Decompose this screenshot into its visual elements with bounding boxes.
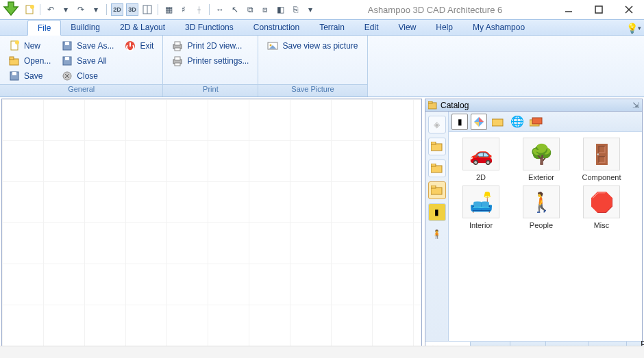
help-light-icon[interactable]: 💡▾ [628,22,640,34]
ribbon-btn-label: Save [24,71,42,81]
catalog-item-interior[interactable]: 🛋️Interior [454,186,508,229]
ribbon-btn-save-all[interactable]: Save All [57,53,119,68]
menu-tab-building[interactable]: Building [61,20,110,35]
menu-tab-bar: FileBuilding2D & Layout3D FunctionsConst… [0,19,644,36]
catalog-item-people[interactable]: 🚶People [515,186,568,229]
printer-settings-icon [172,55,183,66]
svg-marker-43 [474,122,479,127]
menu-tab-help[interactable]: Help [426,20,463,35]
catalog-thumb: 🚪 [583,138,620,170]
svg-rect-16 [65,42,69,45]
measure-icon[interactable]: ↔ [214,3,226,16]
ribbon-btn-printer-settings-[interactable]: Printer settings... [167,53,253,68]
ribbon-btn-save[interactable]: Save [4,68,55,83]
side-folder-2-icon[interactable] [428,159,446,177]
saveas-icon [62,40,73,51]
svg-rect-44 [492,119,503,126]
svg-rect-12 [10,57,14,60]
svg-rect-38 [431,164,436,166]
svg-point-2 [30,5,34,9]
catalog-folder-icon[interactable] [490,114,506,130]
catalog-pin-icon[interactable]: ⇲ [632,101,639,110]
catalog-item-exterior[interactable]: 🌳Exterior [515,138,568,181]
align-icon[interactable]: ⧈ [259,3,271,16]
catalog-item-component[interactable]: 🚪Component [575,138,628,181]
side-book-icon[interactable]: ▮ [428,203,446,221]
side-person-icon[interactable]: 🧍 [428,225,446,243]
ruler-icon[interactable]: ⟊ [193,3,205,16]
catalog-item-misc[interactable]: 🛑Misc [575,186,628,229]
menu-tab-construction[interactable]: Construction [244,20,310,35]
svg-rect-26 [175,48,180,51]
exit-icon [125,40,136,51]
catalog-view-mode-icon[interactable] [471,114,487,130]
catalog-item-grid: 🚗2D🌳Exterior🚪Component🛋️Interior🚶People🛑… [449,132,642,341]
close-button[interactable] [614,0,644,19]
ribbon-group-print: Print 2D view...Printer settings...Print [163,36,258,97]
ribbon-btn-save-view-as-picture[interactable]: Save view as picture [262,38,362,53]
view-2d-button[interactable]: 2D [111,3,123,16]
catalog-item-2d[interactable]: 🚗2D [454,138,508,181]
catalog-header-icon [428,101,438,110]
catalog-item-label: 2D [476,173,486,181]
maximize-button[interactable] [584,0,614,19]
menu-tab-terrain[interactable]: Terrain [310,20,355,35]
minimize-button[interactable] [554,0,584,19]
ribbon-btn-new[interactable]: New [4,38,55,53]
menu-tab-2d-layout[interactable]: 2D & Layout [110,20,175,35]
catalog-item-label: Misc [594,221,610,229]
redo-dropdown-icon[interactable]: ▾ [90,3,102,16]
side-folder-active-icon[interactable] [428,181,446,199]
svg-rect-28 [175,57,180,60]
ribbon-btn-label: Close [77,71,98,81]
drawing-canvas[interactable] [1,99,422,357]
svg-marker-42 [479,117,484,122]
undo-dropdown-icon[interactable]: ▾ [60,3,72,16]
app-menu-button[interactable] [1,0,21,19]
catalog-thumb: 🚗 [462,138,499,170]
qa-new-icon[interactable] [23,3,36,16]
ribbon-group-label: Save Picture [258,84,367,97]
ribbon-btn-label: Save All [77,56,106,66]
save-icon [9,71,20,81]
catalog-folders-icon[interactable] [528,114,545,130]
svg-rect-29 [175,63,180,66]
ribbon-btn-exit[interactable]: Exit [120,38,158,53]
view-3d-button[interactable]: 3D [126,3,138,16]
ribbon-btn-save-as-[interactable]: Save As... [57,38,119,53]
svg-point-10 [15,40,19,44]
menu-tab-view[interactable]: View [389,20,427,35]
view-split-button[interactable] [141,3,153,16]
redo-icon[interactable]: ↷ [75,3,87,16]
qa-dropdown-icon[interactable]: ▾ [304,3,317,16]
menu-tab-edit[interactable]: Edit [355,20,389,35]
select-icon[interactable]: ⧉ [244,3,256,16]
svg-rect-18 [65,57,69,60]
undo-icon[interactable]: ↶ [45,3,57,16]
catalog-thumb: 🌳 [523,138,560,170]
menu-tab-my-ashampoo[interactable]: My Ashampoo [463,20,535,35]
close-icon [62,71,73,81]
catalog-header: Catalog ⇲ [425,99,642,112]
menu-tab-file[interactable]: File [27,20,61,36]
ribbon-btn-close[interactable]: Close [57,68,119,83]
canvas-grid [2,99,421,356]
menu-tab-3d-functions[interactable]: 3D Functions [175,20,244,35]
catalog-nav-up-icon[interactable]: ▮ [451,114,468,130]
catalog-globe-icon[interactable]: 🌐 [509,114,525,130]
ribbon-group-save-picture: Save view as pictureSave Picture [258,36,367,97]
print-icon [172,40,183,51]
catalog-panel: Catalog ⇲ ◈ ▮ 🧍 ▮ 🌐 🚗2D [425,99,643,357]
side-folder-1-icon[interactable] [428,138,446,155]
erase-icon[interactable]: ◧ [274,3,286,16]
svg-point-31 [270,44,272,46]
copy-icon[interactable]: ⎘ [289,3,301,16]
side-cube-icon[interactable]: ◈ [428,116,446,133]
pointer-icon[interactable]: ↖ [229,3,241,16]
save-picture-icon [267,40,278,51]
ribbon-btn-print-2d-view-[interactable]: Print 2D view... [167,38,253,53]
ribbon-btn-open-[interactable]: Open... [4,53,55,68]
grid-icon[interactable]: ▦ [162,3,175,16]
work-area: Catalog ⇲ ◈ ▮ 🧍 ▮ 🌐 🚗2D [0,97,644,358]
snap-icon[interactable]: ♯ [177,3,190,16]
